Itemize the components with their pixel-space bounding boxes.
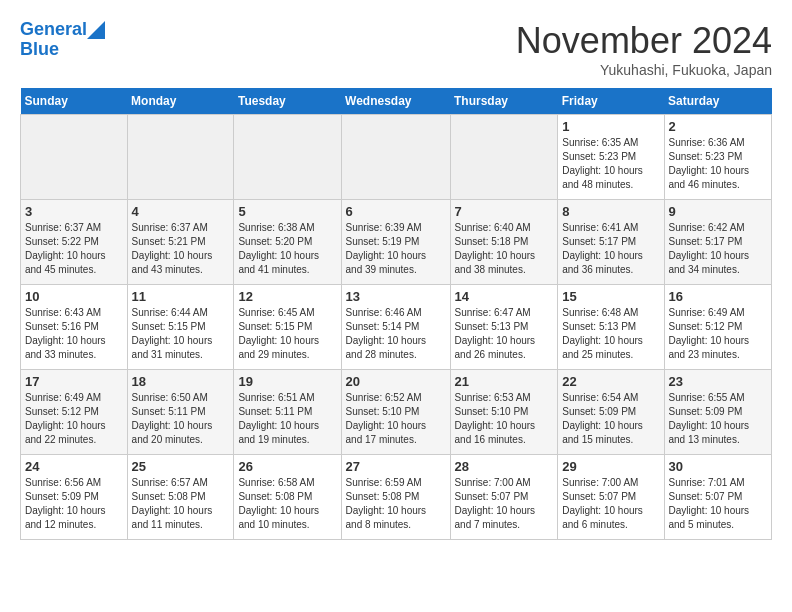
day-info: Sunrise: 6:46 AM Sunset: 5:14 PM Dayligh… (346, 306, 446, 362)
day-info: Sunrise: 6:48 AM Sunset: 5:13 PM Dayligh… (562, 306, 659, 362)
day-info: Sunrise: 6:54 AM Sunset: 5:09 PM Dayligh… (562, 391, 659, 447)
day-number: 6 (346, 204, 446, 219)
day-info: Sunrise: 6:58 AM Sunset: 5:08 PM Dayligh… (238, 476, 336, 532)
calendar-cell: 2Sunrise: 6:36 AM Sunset: 5:23 PM Daylig… (664, 115, 772, 200)
weekday-header: Sunday (21, 88, 128, 115)
day-number: 7 (455, 204, 554, 219)
day-info: Sunrise: 6:38 AM Sunset: 5:20 PM Dayligh… (238, 221, 336, 277)
logo-text-line1: General (20, 20, 87, 40)
day-info: Sunrise: 6:52 AM Sunset: 5:10 PM Dayligh… (346, 391, 446, 447)
calendar-cell: 10Sunrise: 6:43 AM Sunset: 5:16 PM Dayli… (21, 285, 128, 370)
day-info: Sunrise: 7:00 AM Sunset: 5:07 PM Dayligh… (455, 476, 554, 532)
day-number: 12 (238, 289, 336, 304)
day-info: Sunrise: 6:43 AM Sunset: 5:16 PM Dayligh… (25, 306, 123, 362)
day-number: 19 (238, 374, 336, 389)
calendar-cell: 26Sunrise: 6:58 AM Sunset: 5:08 PM Dayli… (234, 455, 341, 540)
day-info: Sunrise: 6:53 AM Sunset: 5:10 PM Dayligh… (455, 391, 554, 447)
day-number: 18 (132, 374, 230, 389)
calendar-cell: 25Sunrise: 6:57 AM Sunset: 5:08 PM Dayli… (127, 455, 234, 540)
calendar-cell: 21Sunrise: 6:53 AM Sunset: 5:10 PM Dayli… (450, 370, 558, 455)
day-number: 27 (346, 459, 446, 474)
day-info: Sunrise: 6:57 AM Sunset: 5:08 PM Dayligh… (132, 476, 230, 532)
day-number: 11 (132, 289, 230, 304)
calendar-cell: 22Sunrise: 6:54 AM Sunset: 5:09 PM Dayli… (558, 370, 664, 455)
weekday-row: SundayMondayTuesdayWednesdayThursdayFrid… (21, 88, 772, 115)
day-number: 28 (455, 459, 554, 474)
day-info: Sunrise: 7:00 AM Sunset: 5:07 PM Dayligh… (562, 476, 659, 532)
calendar-cell (21, 115, 128, 200)
calendar-body: 1Sunrise: 6:35 AM Sunset: 5:23 PM Daylig… (21, 115, 772, 540)
day-number: 26 (238, 459, 336, 474)
day-info: Sunrise: 6:49 AM Sunset: 5:12 PM Dayligh… (669, 306, 768, 362)
day-info: Sunrise: 6:37 AM Sunset: 5:22 PM Dayligh… (25, 221, 123, 277)
day-info: Sunrise: 6:45 AM Sunset: 5:15 PM Dayligh… (238, 306, 336, 362)
day-info: Sunrise: 6:40 AM Sunset: 5:18 PM Dayligh… (455, 221, 554, 277)
calendar-table: SundayMondayTuesdayWednesdayThursdayFrid… (20, 88, 772, 540)
day-info: Sunrise: 6:36 AM Sunset: 5:23 PM Dayligh… (669, 136, 768, 192)
day-number: 25 (132, 459, 230, 474)
calendar-cell: 15Sunrise: 6:48 AM Sunset: 5:13 PM Dayli… (558, 285, 664, 370)
day-number: 21 (455, 374, 554, 389)
weekday-header: Wednesday (341, 88, 450, 115)
calendar-cell: 6Sunrise: 6:39 AM Sunset: 5:19 PM Daylig… (341, 200, 450, 285)
calendar-cell: 20Sunrise: 6:52 AM Sunset: 5:10 PM Dayli… (341, 370, 450, 455)
weekday-header: Friday (558, 88, 664, 115)
calendar-week-row: 10Sunrise: 6:43 AM Sunset: 5:16 PM Dayli… (21, 285, 772, 370)
calendar-cell: 3Sunrise: 6:37 AM Sunset: 5:22 PM Daylig… (21, 200, 128, 285)
logo-text-line2: Blue (20, 39, 59, 59)
calendar-week-row: 17Sunrise: 6:49 AM Sunset: 5:12 PM Dayli… (21, 370, 772, 455)
day-info: Sunrise: 6:41 AM Sunset: 5:17 PM Dayligh… (562, 221, 659, 277)
day-info: Sunrise: 6:55 AM Sunset: 5:09 PM Dayligh… (669, 391, 768, 447)
weekday-header: Tuesday (234, 88, 341, 115)
calendar-cell: 11Sunrise: 6:44 AM Sunset: 5:15 PM Dayli… (127, 285, 234, 370)
logo: General Blue (20, 20, 105, 60)
day-number: 14 (455, 289, 554, 304)
day-info: Sunrise: 6:49 AM Sunset: 5:12 PM Dayligh… (25, 391, 123, 447)
calendar-cell: 16Sunrise: 6:49 AM Sunset: 5:12 PM Dayli… (664, 285, 772, 370)
day-number: 8 (562, 204, 659, 219)
calendar-cell: 1Sunrise: 6:35 AM Sunset: 5:23 PM Daylig… (558, 115, 664, 200)
day-number: 23 (669, 374, 768, 389)
calendar-cell: 28Sunrise: 7:00 AM Sunset: 5:07 PM Dayli… (450, 455, 558, 540)
logo-icon (87, 21, 105, 39)
calendar-cell (127, 115, 234, 200)
day-number: 15 (562, 289, 659, 304)
calendar-cell: 9Sunrise: 6:42 AM Sunset: 5:17 PM Daylig… (664, 200, 772, 285)
day-info: Sunrise: 6:39 AM Sunset: 5:19 PM Dayligh… (346, 221, 446, 277)
day-number: 17 (25, 374, 123, 389)
day-info: Sunrise: 7:01 AM Sunset: 5:07 PM Dayligh… (669, 476, 768, 532)
day-number: 2 (669, 119, 768, 134)
day-info: Sunrise: 6:42 AM Sunset: 5:17 PM Dayligh… (669, 221, 768, 277)
calendar-cell: 19Sunrise: 6:51 AM Sunset: 5:11 PM Dayli… (234, 370, 341, 455)
day-info: Sunrise: 6:37 AM Sunset: 5:21 PM Dayligh… (132, 221, 230, 277)
day-number: 4 (132, 204, 230, 219)
calendar-cell (341, 115, 450, 200)
calendar-header: SundayMondayTuesdayWednesdayThursdayFrid… (21, 88, 772, 115)
calendar-cell (234, 115, 341, 200)
day-number: 5 (238, 204, 336, 219)
day-number: 30 (669, 459, 768, 474)
day-number: 16 (669, 289, 768, 304)
month-title: November 2024 (516, 20, 772, 62)
day-info: Sunrise: 6:51 AM Sunset: 5:11 PM Dayligh… (238, 391, 336, 447)
calendar-cell: 29Sunrise: 7:00 AM Sunset: 5:07 PM Dayli… (558, 455, 664, 540)
calendar-cell: 7Sunrise: 6:40 AM Sunset: 5:18 PM Daylig… (450, 200, 558, 285)
day-number: 13 (346, 289, 446, 304)
calendar-cell: 17Sunrise: 6:49 AM Sunset: 5:12 PM Dayli… (21, 370, 128, 455)
weekday-header: Thursday (450, 88, 558, 115)
calendar-week-row: 24Sunrise: 6:56 AM Sunset: 5:09 PM Dayli… (21, 455, 772, 540)
calendar-cell: 4Sunrise: 6:37 AM Sunset: 5:21 PM Daylig… (127, 200, 234, 285)
day-info: Sunrise: 6:44 AM Sunset: 5:15 PM Dayligh… (132, 306, 230, 362)
calendar-week-row: 3Sunrise: 6:37 AM Sunset: 5:22 PM Daylig… (21, 200, 772, 285)
day-number: 24 (25, 459, 123, 474)
day-info: Sunrise: 6:59 AM Sunset: 5:08 PM Dayligh… (346, 476, 446, 532)
day-number: 20 (346, 374, 446, 389)
location: Yukuhashi, Fukuoka, Japan (516, 62, 772, 78)
day-number: 9 (669, 204, 768, 219)
calendar-week-row: 1Sunrise: 6:35 AM Sunset: 5:23 PM Daylig… (21, 115, 772, 200)
calendar-cell: 27Sunrise: 6:59 AM Sunset: 5:08 PM Dayli… (341, 455, 450, 540)
day-number: 22 (562, 374, 659, 389)
calendar-cell: 13Sunrise: 6:46 AM Sunset: 5:14 PM Dayli… (341, 285, 450, 370)
day-info: Sunrise: 6:35 AM Sunset: 5:23 PM Dayligh… (562, 136, 659, 192)
calendar-cell: 8Sunrise: 6:41 AM Sunset: 5:17 PM Daylig… (558, 200, 664, 285)
